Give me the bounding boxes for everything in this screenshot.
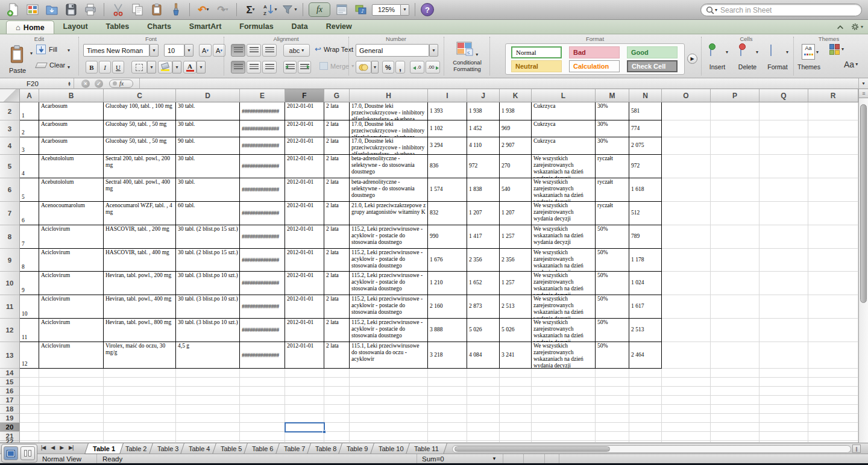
fill-button[interactable]: Fill <box>36 45 57 54</box>
search-scope-dropdown[interactable]: ▾ <box>715 8 717 13</box>
cell-R11[interactable] <box>808 295 858 319</box>
cell-A17[interactable] <box>20 396 39 405</box>
cell-A21[interactable] <box>20 432 39 441</box>
horizontal-scrollbar[interactable] <box>452 445 851 453</box>
cell-C10[interactable]: Heviran, tabl. powl., 200 mg <box>104 272 176 295</box>
cell-C15[interactable] <box>104 378 176 387</box>
font-family-select[interactable]: Times New Roman <box>83 44 149 57</box>
cell-D5[interactable]: 30 tabl. <box>176 155 240 178</box>
cell-H17[interactable] <box>350 396 428 405</box>
formula-input[interactable] <box>140 78 858 89</box>
cell-G11[interactable]: 2 lata <box>324 295 350 319</box>
cell-Q21[interactable] <box>760 432 808 441</box>
cell-A10[interactable]: 9 <box>20 272 39 295</box>
new-workbook-button[interactable] <box>5 2 21 18</box>
cell-R15[interactable] <box>808 378 858 387</box>
number-format-dropdown[interactable]: ▾ <box>429 44 438 57</box>
zoom-dropdown-button[interactable]: ▾ <box>401 4 409 16</box>
cell-A9[interactable]: 8 <box>20 249 39 272</box>
cell-L20[interactable] <box>532 423 596 432</box>
column-header-L[interactable]: L <box>532 89 596 102</box>
cell-P17[interactable] <box>711 396 760 405</box>
cell-E13[interactable]: ############## <box>240 342 285 369</box>
cell-K9[interactable]: 2 356 <box>500 249 532 272</box>
cell-L3[interactable]: Cukrzyca <box>532 120 596 137</box>
cell-K3[interactable]: 969 <box>500 120 532 137</box>
cell-P4[interactable] <box>711 137 760 155</box>
cell-B3[interactable]: Acarbosum <box>39 120 104 137</box>
horizontal-scroll-thumb[interactable] <box>454 446 610 452</box>
cell-R9[interactable] <box>808 249 858 272</box>
cell-D16[interactable] <box>176 387 240 396</box>
cell-N5[interactable]: 972 <box>629 155 662 178</box>
cell-D2[interactable]: 30 tabl. <box>176 102 240 120</box>
cell-N13[interactable]: 2 464 <box>629 342 662 369</box>
cell-P14[interactable] <box>711 369 760 378</box>
cell-B7[interactable]: Acenocoumarolum <box>39 202 104 225</box>
column-header-F[interactable]: F <box>285 89 324 102</box>
themes-dropdown-arrow[interactable]: ▾ <box>816 50 819 55</box>
cell-style-check-cell[interactable]: Check Cell <box>627 60 678 72</box>
cell-J8[interactable]: 1 417 <box>467 225 500 249</box>
cell-K4[interactable]: 2 907 <box>500 137 532 155</box>
cell-E21[interactable] <box>240 432 285 441</box>
cell-F12[interactable]: 2012-01-01 <box>285 319 324 342</box>
cell-B10[interactable]: Aciclovirum <box>39 272 104 295</box>
cell-L17[interactable] <box>532 396 596 405</box>
cell-E11[interactable]: ############## <box>240 295 285 319</box>
cell-H16[interactable] <box>350 387 428 396</box>
cell-H20[interactable] <box>350 423 428 432</box>
cell-F8[interactable]: 2012-01-01 <box>285 225 324 249</box>
redo-button[interactable]: ↷▾ <box>215 2 231 18</box>
cell-I4[interactable]: 3 294 <box>428 137 467 155</box>
cell-A5[interactable]: 4 <box>20 155 39 178</box>
cell-Q12[interactable] <box>760 319 808 342</box>
cell-L12[interactable]: We wszystkich zarejestrowanych wskazania… <box>532 319 596 342</box>
cell-J10[interactable]: 1 652 <box>467 272 500 295</box>
cell-I21[interactable] <box>428 432 467 441</box>
cell-J5[interactable]: 972 <box>467 155 500 178</box>
currency-dropdown[interactable]: ▾ <box>371 61 379 73</box>
sheet-tab-table-11[interactable]: Table 11 <box>406 443 447 454</box>
cell-K19[interactable] <box>500 414 532 423</box>
cell-E14[interactable] <box>240 369 285 378</box>
row-header-7[interactable]: 7 <box>0 202 20 225</box>
cell-I8[interactable]: 990 <box>428 225 467 249</box>
cell-M19[interactable] <box>596 414 629 423</box>
cell-M13[interactable]: 50% <box>596 342 629 369</box>
row-header-9[interactable]: 9 <box>0 249 20 272</box>
cell-F19[interactable] <box>285 414 324 423</box>
cell-G4[interactable]: 2 lata <box>324 137 350 155</box>
cell-G9[interactable]: 2 lata <box>324 249 350 272</box>
bold-button[interactable]: B <box>86 61 98 73</box>
cell-A14[interactable] <box>20 369 39 378</box>
cell-Q5[interactable] <box>760 155 808 178</box>
column-header-I[interactable]: I <box>428 89 467 102</box>
cell-O2[interactable] <box>662 102 711 120</box>
cell-I11[interactable]: 2 160 <box>428 295 467 319</box>
cell-N2[interactable]: 581 <box>629 102 662 120</box>
cell-R5[interactable] <box>808 155 858 178</box>
cell-K18[interactable] <box>500 405 532 414</box>
cell-P5[interactable] <box>711 155 760 178</box>
cell-E3[interactable]: ############## <box>240 120 285 137</box>
cell-P16[interactable] <box>711 387 760 396</box>
cell-P8[interactable] <box>711 225 760 249</box>
cell-P20[interactable] <box>711 423 760 432</box>
cell-D20[interactable] <box>176 423 240 432</box>
cell-R18[interactable] <box>808 405 858 414</box>
cell-G16[interactable] <box>324 387 350 396</box>
cell-J7[interactable]: 1 207 <box>467 202 500 225</box>
cell-B5[interactable]: Acebutololum <box>39 155 104 178</box>
text-orientation-button[interactable]: abc▾ <box>283 44 310 57</box>
cell-H2[interactable]: 17.0, Doustne leki przeciwcukrzycowe - i… <box>350 102 428 120</box>
paste-button[interactable] <box>148 2 165 18</box>
ribbon-tab-layout[interactable]: Layout <box>54 19 97 34</box>
cell-R6[interactable] <box>808 178 858 202</box>
row-header-5[interactable]: 5 <box>0 155 20 178</box>
font-color-dropdown[interactable]: ▾ <box>197 61 206 73</box>
cell-H14[interactable] <box>350 369 428 378</box>
ribbon-tab-data[interactable]: Data <box>283 19 317 34</box>
cell-L14[interactable] <box>532 369 596 378</box>
clear-button[interactable]: Clear <box>36 61 65 69</box>
